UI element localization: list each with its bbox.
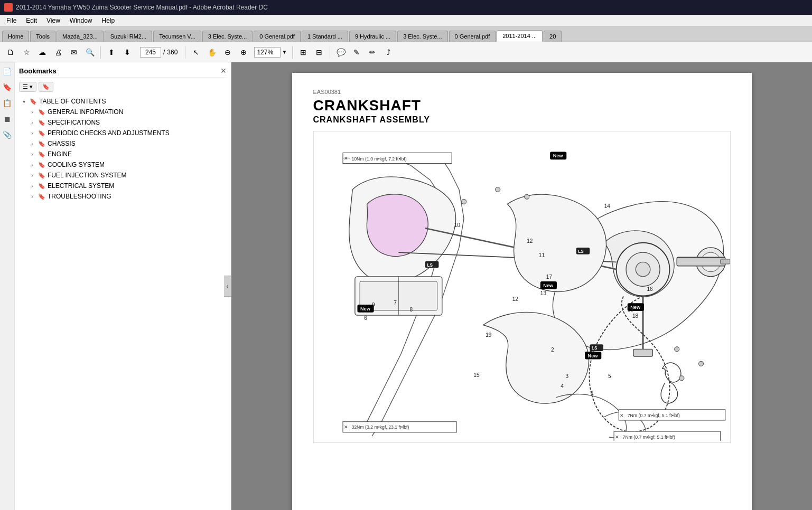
fit-page-button[interactable]: ⊞ <box>296 45 311 60</box>
pages-icon[interactable]: 📋 <box>2 97 13 109</box>
spec-expand[interactable]: › <box>29 120 36 126</box>
new-file-button[interactable]: 🗋 <box>3 45 18 60</box>
separator-2 <box>185 46 185 59</box>
elec-expand[interactable]: › <box>29 183 36 189</box>
bookmark-specifications[interactable]: › 🔖 SPECIFICATIONS <box>27 117 227 128</box>
close-sidebar-button[interactable]: ✕ <box>220 67 227 75</box>
gi-expand[interactable]: › <box>29 109 36 115</box>
page-nav: 245 / 360 <box>140 47 178 58</box>
svg-rect-20 <box>633 349 652 356</box>
svg-rect-18 <box>720 259 730 264</box>
bookmark-electrical[interactable]: › 🔖 ELECTRICAL SYSTEM <box>27 181 227 191</box>
part-label-2b: 2 <box>590 347 593 353</box>
part-label-9: 9 <box>371 302 375 308</box>
cool-expand[interactable]: › <box>29 162 36 168</box>
prev-page-button[interactable]: ⬆ <box>104 45 119 60</box>
menu-item-window[interactable]: Window <box>66 16 97 25</box>
page-number-input[interactable]: 245 <box>140 47 161 58</box>
page-title: CRANKSHAFT <box>313 97 731 114</box>
sidebar-content: Bookmarks ✕ ☰ ▾ 🔖 ▾ 🔖 TABLE OF CONTENTS … <box>15 62 231 510</box>
zoom-input[interactable]: 127% <box>254 47 281 58</box>
menu-item-help[interactable]: Help <box>98 16 119 25</box>
bookmark-fuel[interactable]: › 🔖 FUEL INJECTION SYSTEM <box>27 170 227 181</box>
tab-6[interactable]: 0 General.pdf <box>254 31 301 42</box>
open-files-icon[interactable]: 📄 <box>2 65 13 77</box>
share-button[interactable]: ⤴ <box>381 45 396 60</box>
svg-text:✕: ✕ <box>620 413 624 418</box>
print-button[interactable]: 🖨 <box>51 45 66 60</box>
bookmark-chassis[interactable]: › 🔖 CHASSIS <box>27 138 227 149</box>
tab-8[interactable]: 9 Hydraulic ... <box>349 31 396 42</box>
layers-icon[interactable]: ◼ <box>2 113 13 125</box>
tab-0[interactable]: Home <box>2 31 29 42</box>
cloud-button[interactable]: ☁ <box>35 45 50 60</box>
tab-4[interactable]: Tecumseh V... <box>153 31 201 42</box>
tab-2[interactable]: Mazda_323... <box>57 31 104 42</box>
crankshaft-diagram-svg: ✕ 10Nm (1.0 m•kgf, 7.2 ft•lbf) ✕ 32Nm (3… <box>314 131 730 441</box>
part-label-10: 10 <box>454 222 460 228</box>
bookmark-toc[interactable]: ▾ 🔖 TABLE OF CONTENTS <box>19 96 227 107</box>
ch-expand[interactable]: › <box>29 141 36 147</box>
email-button[interactable]: ✉ <box>67 45 81 60</box>
add-bookmark-button[interactable]: 🔖 <box>39 82 53 92</box>
zoom-out-button[interactable]: ⊖ <box>220 45 235 60</box>
new-badge-3: New <box>357 305 374 313</box>
collapse-sidebar-button[interactable]: ‹ <box>224 276 231 297</box>
menu-item-edit[interactable]: Edit <box>22 16 41 25</box>
eng-icon: 🔖 <box>38 151 45 158</box>
bookmark-button[interactable]: ☆ <box>19 45 34 60</box>
page-separator: / <box>163 49 165 56</box>
zoom-in-button[interactable]: ⊕ <box>236 45 251 60</box>
ts-expand[interactable]: › <box>29 194 36 200</box>
bookmark-general-info[interactable]: › 🔖 GENERAL INFORMATION <box>27 107 227 117</box>
tab-9[interactable]: 3 Elec. Syste... <box>397 31 447 42</box>
tab-5[interactable]: 3 Elec. Syste... <box>202 31 253 42</box>
menu-item-file[interactable]: File <box>2 16 21 25</box>
tab-10[interactable]: 0 General.pdf <box>449 31 496 42</box>
cool-icon: 🔖 <box>38 162 45 168</box>
svg-text:New: New <box>553 153 563 158</box>
bookmark-periodic[interactable]: › 🔖 PERIODIC CHECKS AND ADJUSTMENTS <box>27 128 227 138</box>
new-badge-1: New <box>550 152 566 159</box>
search-button[interactable]: 🔍 <box>82 45 97 60</box>
pdf-area[interactable]: EAS00381 CRANKSHAFT CRANKSHAFT ASSEMBLY <box>231 62 812 510</box>
comment-button[interactable]: 💬 <box>333 45 348 60</box>
app-icon <box>4 3 13 12</box>
ts-label: TROUBLESHOOTING <box>48 193 111 200</box>
bookmark-engine[interactable]: › 🔖 ENGINE <box>27 149 227 159</box>
tab-1[interactable]: Tools <box>30 31 55 42</box>
bookmark-troubleshooting[interactable]: › 🔖 TROUBLESHOOTING <box>27 191 227 202</box>
highlight-button[interactable]: ✎ <box>349 45 364 60</box>
toc-expand-icon[interactable]: ▾ <box>20 99 27 105</box>
tab-12[interactable]: 20 <box>544 31 562 42</box>
menu-item-view[interactable]: View <box>42 16 64 25</box>
svg-text:10Nm (1.0 m•kgf, 7.2 ft•lbf): 10Nm (1.0 m•kgf, 7.2 ft•lbf) <box>351 156 406 162</box>
torque-label-1: ✕ 10Nm (1.0 m•kgf, 7.2 ft•lbf) <box>342 153 451 163</box>
title-bar: 2011-2014 Yamaha YW50 Zuma Scooter Servi… <box>0 0 812 15</box>
tab-11[interactable]: 2011-2014 ... <box>497 30 543 42</box>
part-label-8: 8 <box>409 307 413 313</box>
sidebar-options-button[interactable]: ☰ ▾ <box>19 82 36 92</box>
tab-7[interactable]: 1 Standard ... <box>302 31 348 42</box>
svg-rect-17 <box>677 257 725 266</box>
per-expand[interactable]: › <box>29 130 36 136</box>
draw-button[interactable]: ✏ <box>365 45 380 60</box>
zoom-dropdown-arrow[interactable]: ▼ <box>282 49 287 55</box>
separator-1 <box>100 46 101 59</box>
next-page-button[interactable]: ⬇ <box>120 45 135 60</box>
svg-point-12 <box>495 187 500 192</box>
tab-3[interactable]: Suzuki RM2... <box>105 31 152 42</box>
cursor-tool-button[interactable]: ↖ <box>189 45 203 60</box>
ls-badge-1: LS <box>425 261 438 268</box>
hand-tool-button[interactable]: ✋ <box>204 45 219 60</box>
bookmark-cooling[interactable]: › 🔖 COOLING SYSTEM <box>27 159 227 170</box>
fit-width-button[interactable]: ⊟ <box>312 45 326 60</box>
attachments-icon[interactable]: 📎 <box>2 129 13 140</box>
window-title: 2011-2014 Yamaha YW50 Zuma Scooter Servi… <box>16 4 268 11</box>
fuel-expand[interactable]: › <box>29 173 36 178</box>
gi-label: GENERAL INFORMATION <box>48 108 123 116</box>
bookmarks-icon[interactable]: 🔖 <box>2 81 13 93</box>
eng-expand[interactable]: › <box>29 152 36 157</box>
svg-text:LS: LS <box>578 249 584 254</box>
toc-label: TABLE OF CONTENTS <box>39 98 106 105</box>
